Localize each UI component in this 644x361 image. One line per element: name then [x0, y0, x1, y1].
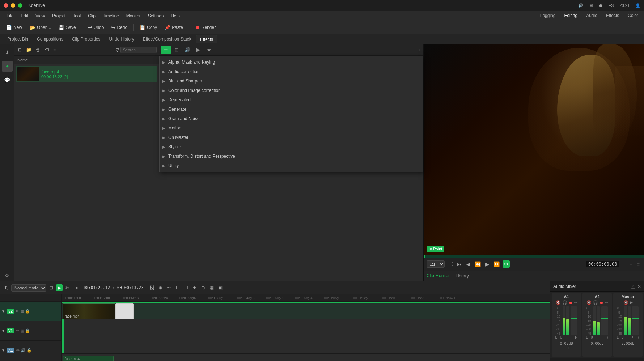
a1-mute-icon[interactable]: ✏ [16, 348, 20, 353]
close-button[interactable] [4, 3, 8, 8]
menu-clip[interactable]: Clip [84, 12, 99, 20]
v1-collapse-btn[interactable]: ▼ [1, 329, 5, 333]
tl-mode-select[interactable]: Normal mode [11, 284, 46, 292]
category-motion[interactable]: ▶ Motion [160, 123, 423, 133]
pb-delete-icon[interactable]: 🗑 [34, 47, 42, 53]
menu-settings[interactable]: Settings [144, 12, 167, 20]
v2-lock-icon[interactable]: 🔒 [25, 309, 30, 314]
a2-minus-btn[interactable]: − [594, 345, 596, 350]
a1-rec-btn[interactable]: ⏺ [569, 300, 573, 305]
tl-play-btn[interactable]: ▶ [56, 284, 63, 291]
a2-rec-btn[interactable]: ⏺ [599, 300, 603, 305]
menu-edit[interactable]: Edit [17, 12, 32, 20]
effects-tab-motion[interactable]: ▶ [193, 46, 203, 54]
pb-folder-icon[interactable]: 📁 [25, 47, 33, 53]
tl-spacer-btn[interactable]: ⇥ [72, 284, 79, 291]
viewmode-effects[interactable]: Effects [603, 12, 622, 20]
fullscreen-btn[interactable]: ⛶ [446, 260, 454, 268]
search-filter-icon[interactable]: ▽ [116, 47, 119, 52]
copy-button[interactable]: 📋 Copy [136, 23, 160, 32]
tab-undo-history[interactable]: Undo History [105, 35, 138, 43]
category-alpha[interactable]: ▶ Alpha, Mask and Keying [160, 58, 423, 67]
play-btn[interactable]: ▶ [484, 260, 491, 268]
tl-wave-btn[interactable]: 〜 [165, 284, 173, 292]
undo-button[interactable]: ↩ Undo [85, 23, 107, 32]
a1-mute-btn[interactable]: 🔇 [556, 300, 561, 305]
effects-tab-audio[interactable]: 🔊 [182, 46, 192, 54]
sidebar-effects[interactable]: ✦ [2, 61, 13, 72]
tl-cut-btn[interactable]: ✂ [64, 284, 71, 291]
tl-snap2-btn[interactable]: ⊣ [183, 284, 190, 291]
prev-frame-btn[interactable]: ◀ [465, 260, 472, 268]
sidebar-subtitles[interactable]: 💬 [2, 75, 13, 85]
tab-effects[interactable]: Effects [196, 35, 217, 43]
category-on-master[interactable]: ▶ On Master [160, 133, 423, 142]
a1-fader[interactable] [571, 306, 577, 335]
tab-project-bin[interactable]: Project Bin [3, 35, 33, 43]
a2-edit-btn[interactable]: ✏ [605, 300, 608, 305]
menu-monitor[interactable]: Monitor [123, 12, 144, 20]
save-button[interactable]: 💾 Save [55, 23, 79, 32]
tl-settings-btn[interactable]: ⇅ [3, 284, 10, 291]
preview-timeline[interactable] [424, 255, 644, 258]
menu-timeline[interactable]: Timeline [99, 12, 123, 20]
render-button[interactable]: ⏺ Render [192, 23, 219, 32]
fast-forward-btn[interactable]: ⏩ [492, 260, 501, 268]
mixer-float-btn[interactable]: △ [631, 284, 635, 289]
viewmode-audio[interactable]: Audio [583, 12, 600, 20]
category-audio-correction[interactable]: ▶ Audio correction [160, 67, 423, 76]
minimize-button[interactable] [11, 3, 15, 8]
tl-preview-btn[interactable]: ▣ [217, 284, 224, 291]
minus-btn[interactable]: − [620, 260, 626, 268]
tab-clip-properties[interactable]: Clip Properties [68, 35, 105, 43]
redo-button[interactable]: ↪ Redo [108, 23, 130, 32]
viewmode-logging[interactable]: Logging [537, 12, 559, 20]
a1-collapse-btn[interactable]: ▼ [1, 348, 5, 352]
v2-film-icon[interactable]: ▦ [20, 309, 24, 314]
pb-tag-icon[interactable]: 🏷 [43, 47, 50, 53]
pb-menu-icon[interactable]: ≡ [52, 47, 57, 53]
search-input[interactable] [120, 47, 157, 53]
category-deprecated[interactable]: ▶ Deprecated [160, 95, 423, 105]
sidebar-settings[interactable]: ⚙ [2, 270, 13, 281]
category-blur[interactable]: ▶ Blur and Sharpen [160, 76, 423, 86]
a1-lock-icon[interactable]: 🔒 [27, 348, 32, 353]
menu-view[interactable]: View [32, 12, 48, 20]
a2-headphone-btn[interactable]: 🎧 [593, 300, 598, 305]
effects-tab-star[interactable]: ★ [204, 46, 214, 54]
master-minus-btn[interactable]: − [625, 345, 627, 350]
tl-group-btn[interactable]: ⊞ [48, 284, 55, 291]
menu-tool[interactable]: Tool [69, 12, 84, 20]
new-button[interactable]: 📄 New [3, 23, 25, 32]
menu-help[interactable]: Help [167, 12, 183, 20]
a1-plus-btn[interactable]: + [567, 345, 569, 350]
rewind-btn[interactable]: ⏪ [473, 260, 482, 268]
tab-compositions[interactable]: Compositions [33, 35, 68, 43]
effects-tab-list[interactable]: ☰ [161, 46, 171, 54]
tab-effect-stack[interactable]: Effect/Composition Stack [139, 35, 196, 43]
tl-mix-btn[interactable]: ⊕ [157, 284, 164, 291]
category-grain[interactable]: ▶ Grain and Noise [160, 114, 423, 123]
master-plus-btn[interactable]: + [629, 345, 631, 350]
tab-clip-monitor[interactable]: Clip Monitor [427, 272, 450, 280]
maximize-button[interactable] [18, 3, 22, 8]
a1-solo-icon[interactable]: 🔊 [21, 348, 26, 353]
viewmode-editing[interactable]: Editing [561, 12, 580, 20]
clip-item[interactable]: face.mp4 00:00:13:23 [2] [16, 66, 157, 82]
tl-snap-btn[interactable]: ⊢ [174, 284, 181, 291]
v2-collapse-btn[interactable]: ▼ [1, 309, 5, 313]
master-mute-btn[interactable]: 🔇 [623, 300, 628, 305]
a2-fader[interactable] [601, 306, 608, 335]
tl-view2-btn[interactable]: ▦ [208, 284, 215, 291]
v1-pencil-icon[interactable]: ✏ [16, 328, 19, 333]
a2-mute-btn[interactable]: 🔇 [586, 300, 592, 305]
v1-lock-icon[interactable]: 🔒 [25, 328, 30, 333]
category-color[interactable]: ▶ Color and Image correction [160, 86, 423, 95]
tl-thumb-btn[interactable]: 🖼 [148, 284, 156, 291]
tab-library[interactable]: Library [456, 272, 469, 280]
clip-block-face-v2[interactable]: face.mp4 [63, 303, 115, 319]
sidebar-downloads[interactable]: ⬇ [2, 47, 13, 58]
zoom-select[interactable]: 1:1 [427, 260, 445, 268]
a1-edit-btn[interactable]: ✏ [574, 300, 577, 305]
a1-headphone-btn[interactable]: 🎧 [562, 300, 567, 305]
